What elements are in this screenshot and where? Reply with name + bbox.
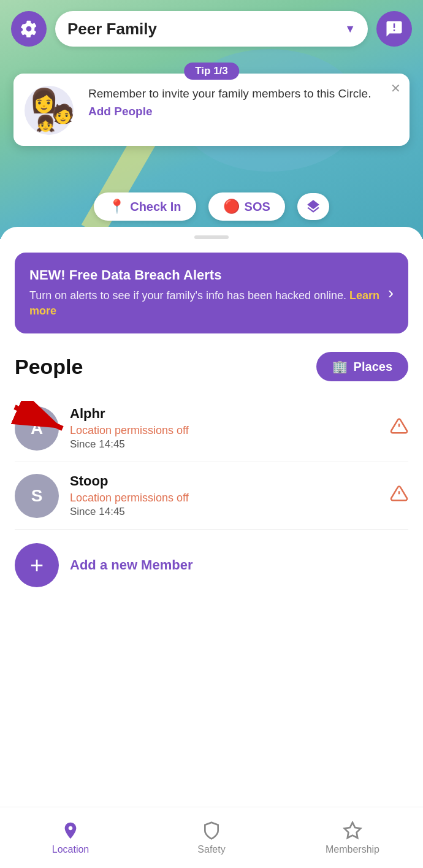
tip-badge: Tip 1/3 <box>184 63 239 80</box>
add-member-button[interactable]: + <box>15 543 59 587</box>
tip-avatar-girl: 👧 <box>36 114 55 133</box>
panel-handle <box>194 235 229 239</box>
places-button[interactable]: 🏢 Places <box>316 352 408 381</box>
warning-icon-stoop <box>390 484 408 507</box>
person-since-alphr: Since 14:45 <box>70 438 379 451</box>
layers-button[interactable] <box>297 193 329 220</box>
person-status-alphr: Location permissions off <box>70 424 379 437</box>
breach-title: NEW! Free Data Breach Alerts <box>29 267 381 283</box>
settings-button[interactable] <box>11 11 47 47</box>
layers-icon <box>305 199 321 215</box>
checkin-icon: 📍 <box>109 199 125 215</box>
sos-button[interactable]: 🔴 SOS <box>208 192 285 221</box>
warning-icon-alphr <box>390 417 408 440</box>
person-name-alphr: Alphr <box>70 406 379 422</box>
sos-icon: 🔴 <box>223 199 240 215</box>
messages-button[interactable] <box>376 11 412 47</box>
dropdown-arrow-icon: ▼ <box>345 23 356 36</box>
circle-name: Peer Family <box>67 20 157 39</box>
breach-desc: Turn on alerts to see if your family's i… <box>29 288 381 319</box>
add-member-row[interactable]: + Add a new Member <box>15 530 408 601</box>
checkin-button[interactable]: 📍 Check In <box>94 192 196 221</box>
places-icon: 🏢 <box>332 359 348 374</box>
person-info-stoop: Stoop Location permissions off Since 14:… <box>70 473 379 518</box>
safety-nav-icon <box>202 821 221 840</box>
membership-nav-icon <box>343 821 362 840</box>
tip-content: Remember to invite your family members t… <box>88 86 398 118</box>
breach-arrow-icon: › <box>388 283 394 303</box>
map-area: Peer Family ▼ Tip 1/3 👩 🧑 👧 Remember to … <box>0 0 423 239</box>
tip-card: Tip 1/3 👩 🧑 👧 Remember to invite your fa… <box>13 74 410 146</box>
person-since-stoop: Since 14:45 <box>70 506 379 518</box>
person-status-stoop: Location permissions off <box>70 492 379 504</box>
warning-triangle-icon <box>390 417 408 435</box>
people-title: People <box>15 355 83 379</box>
location-nav-icon <box>61 821 80 840</box>
tip-close-button[interactable]: ✕ <box>391 81 401 96</box>
add-people-link[interactable]: Add People <box>88 105 153 118</box>
person-avatar-alphr: A <box>15 406 59 451</box>
person-name-stoop: Stoop <box>70 473 379 489</box>
person-item-stoop[interactable]: S Stoop Location permissions off Since 1… <box>15 462 408 530</box>
nav-label-safety: Safety <box>197 844 225 855</box>
nav-item-location[interactable]: Location <box>0 821 141 855</box>
top-bar: Peer Family ▼ <box>0 11 423 47</box>
people-header: People 🏢 Places <box>15 352 408 381</box>
breach-banner[interactable]: NEW! Free Data Breach Alerts Turn on ale… <box>15 253 408 333</box>
message-icon <box>385 20 403 38</box>
nav-label-membership: Membership <box>326 844 379 855</box>
person-avatar-stoop: S <box>15 474 59 518</box>
bottom-nav: Location Safety Membership <box>0 807 423 868</box>
map-actions: 📍 Check In 🔴 SOS <box>0 192 423 221</box>
tip-avatars: 👩 🧑 👧 <box>25 86 80 135</box>
nav-item-membership[interactable]: Membership <box>282 821 423 855</box>
breach-content: NEW! Free Data Breach Alerts Turn on ale… <box>29 267 381 319</box>
nav-item-safety[interactable]: Safety <box>141 821 282 855</box>
add-member-label: Add a new Member <box>70 557 192 573</box>
gear-icon <box>20 20 38 38</box>
tip-text: Remember to invite your family members t… <box>88 86 398 102</box>
warning-triangle-icon-2 <box>390 484 408 503</box>
circle-selector[interactable]: Peer Family ▼ <box>55 11 368 47</box>
person-info-alphr: Alphr Location permissions off Since 14:… <box>70 406 379 451</box>
nav-label-location: Location <box>52 844 90 855</box>
person-item-alphr[interactable]: A Alphr Location permissions off Since 1… <box>15 395 408 462</box>
main-panel: NEW! Free Data Breach Alerts Turn on ale… <box>0 227 423 868</box>
